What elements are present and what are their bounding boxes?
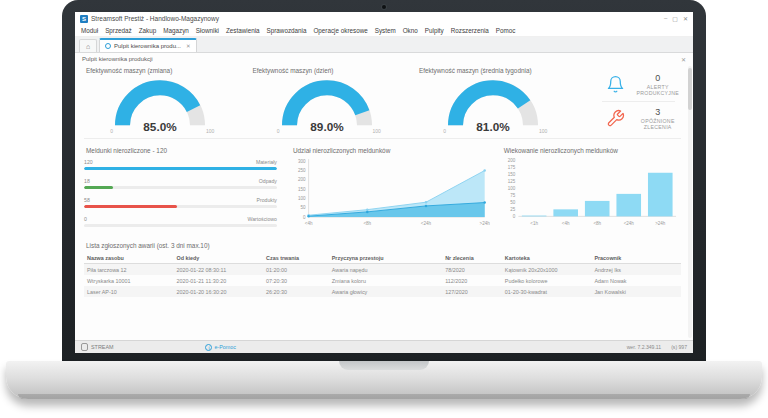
table-cell: 2020-01-20 16:30:20 (174, 286, 264, 297)
column-header[interactable]: Od kiedy (174, 253, 264, 264)
meldunki-track (84, 224, 277, 227)
table-row[interactable]: Piła tarczowa 122020-01-22 08:30:1101:20… (84, 264, 681, 276)
charts-row: Meldunki nierozliczone - 120 120Materiał… (84, 145, 681, 235)
menu-item[interactable]: Sprzedaż (105, 27, 132, 34)
svg-text:0: 0 (303, 215, 306, 220)
svg-text:200: 200 (508, 158, 516, 163)
svg-text:<8h: <8h (363, 221, 371, 226)
svg-text:<1h: <1h (530, 221, 538, 226)
area-chart-title: Udział nierozliczonych meldunków (293, 147, 490, 154)
column-header[interactable]: Pracownik (591, 253, 681, 264)
app-window: S Streamsoft Prestiż - Handlowo-Magazyno… (75, 12, 693, 353)
meldunki-row-head: 58Produkty (84, 197, 277, 203)
menu-item[interactable]: Magazyn (163, 27, 189, 34)
area-chart-panel: Udział nierozliczonych meldunków 0501001… (291, 145, 490, 235)
column-header[interactable]: Przyczyna przestoju (329, 253, 442, 264)
window-title: Streamsoft Prestiż - Handlowo-Magazynowy (91, 15, 219, 22)
table-cell: Pudełko kolorowe (502, 275, 592, 286)
svg-text:200: 200 (298, 177, 306, 182)
gauge-card-1: Efektywność maszyn (zmiana)85.0%0100 (84, 65, 237, 135)
menu-item[interactable]: Słowniki (196, 27, 219, 34)
menu-item[interactable]: Pomoc (496, 27, 516, 34)
gauge: 89.0%0100 (271, 75, 383, 135)
vertical-scrollbar[interactable] (688, 66, 692, 338)
alerts-divider (602, 101, 676, 102)
table-cell: Jan Kowalski (591, 286, 681, 297)
version-label: wer. 7.2.349.11 (627, 344, 661, 350)
dashboard-tab-icon (105, 43, 111, 49)
menu-item[interactable]: Sprawozdania (267, 27, 307, 34)
svg-text:50: 50 (300, 205, 306, 210)
menu-item[interactable]: Operacje okresowe (313, 27, 367, 34)
status-right: wer. 7.2.349.11 (s) 997 (627, 344, 687, 350)
svg-text:250: 250 (298, 168, 306, 173)
session-label: (s) 997 (671, 344, 687, 350)
minimize-icon[interactable]: – (664, 15, 667, 22)
gauges-row: Efektywność maszyn (zmiana)85.0%0100Efek… (84, 65, 681, 139)
laptop-screen-bezel: S Streamsoft Prestiż - Handlowo-Magazyno… (62, 0, 706, 362)
table-cell: Awaria głowicy (329, 286, 442, 297)
meldunki-row-head: 120Materiały (84, 159, 277, 165)
meldunki-bar (84, 167, 277, 170)
table-cell: 01:20:00 (263, 264, 329, 276)
column-header[interactable]: Kartoteka (502, 253, 592, 264)
meldunki-panel: Meldunki nierozliczone - 120 120Materiał… (84, 145, 277, 235)
svg-text:100: 100 (508, 186, 516, 191)
gauge-title: Efektywność maszyn (zmiana) (86, 67, 237, 74)
alert-label: ALERTY PRODUKCYJNE (637, 84, 680, 96)
alert-wrench: 3OPÓŹNIONE ZLECENIA (598, 103, 680, 134)
alerts-panel: 0ALERTY PRODUKCYJNE3OPÓŹNIONE ZLECENIA (584, 65, 682, 135)
gauge-title: Efektywność maszyn (średnia tygodnia) (419, 67, 570, 74)
menu-item[interactable]: Zestawienia (226, 27, 260, 34)
panel-close-icon[interactable]: ✕ (681, 56, 686, 63)
tab-close-icon[interactable]: ✕ (186, 43, 191, 49)
svg-text:100: 100 (298, 196, 306, 201)
table-cell: Piła tarczowa 12 (84, 264, 174, 276)
svg-text:125: 125 (508, 179, 516, 184)
meldunki-row: 58Produkty (84, 197, 277, 208)
menu-item[interactable]: Rozszerzenia (451, 27, 489, 34)
svg-text:>24h: >24h (655, 221, 666, 226)
gauge-title: Efektywność maszyn (dzień) (253, 67, 404, 74)
aging-chart-panel: Wiekowanie nierozliczonych meldunków 025… (502, 145, 681, 235)
meldunki-row-head: 18Odpady (84, 178, 277, 184)
tab-pulpit-kierownika[interactable]: Pulpit kierownika produ... ✕ (99, 38, 197, 52)
home-tab[interactable]: ⌂ (79, 39, 97, 52)
menu-item[interactable]: Okno (403, 27, 418, 34)
laptop-base (6, 361, 762, 399)
svg-text:25: 25 (510, 207, 516, 212)
table-row[interactable]: Wtryskarka 100012020-01-21 11:30:2007:20… (84, 275, 681, 286)
svg-text:75: 75 (510, 193, 516, 198)
menu-item[interactable]: Moduł (81, 27, 98, 34)
alert-label: OPÓŹNIONE ZLECENIA (637, 118, 680, 130)
svg-text:<24h: <24h (421, 221, 432, 226)
column-header[interactable]: Nazwa zasobu (84, 253, 174, 264)
status-info-link[interactable]: i e-Pomoc (205, 344, 236, 351)
meldunki-value: 120 (84, 159, 93, 165)
scrollbar-thumb[interactable] (688, 68, 692, 110)
info-icon: i (205, 344, 212, 351)
table-cell: Adam Nowak (591, 275, 681, 286)
status-info-label: e-Pomoc (214, 344, 236, 350)
meldunki-label: Produkty (256, 197, 276, 203)
meldunki-row: 18Odpady (84, 178, 277, 189)
failures-table: Nazwa zasobuOd kiedyCzas trwaniaPrzyczyn… (84, 253, 681, 297)
page-header: Pulpit kierownika produkcji ✕ (75, 53, 693, 65)
maximize-icon[interactable]: ▢ (672, 15, 678, 22)
column-header[interactable]: Nr zlecenia (442, 253, 502, 264)
meldunki-value: 58 (84, 197, 90, 203)
menu-item[interactable]: Zakup (139, 27, 157, 34)
meldunki-rows: 120Materiały18Odpady58Produkty0Wartościo… (84, 159, 277, 227)
dashboard-content: Pulpit kierownika produkcji ✕ Efektywnoś… (75, 53, 693, 340)
table-cell: 26:20:30 (263, 286, 329, 297)
menu-item[interactable]: System (375, 27, 396, 34)
table-row[interactable]: Laser AP-102020-01-20 16:30:2026:20:30Aw… (84, 286, 681, 297)
close-icon[interactable]: ✕ (683, 15, 688, 22)
failures-section: Lista zgłoszonych awarii (ost. 3 dni max… (84, 242, 681, 297)
svg-text:175: 175 (508, 165, 516, 170)
svg-text:>24h: >24h (480, 221, 490, 226)
tab-bar: ⌂ Pulpit kierownika produ... ✕ (75, 37, 693, 53)
menu-item[interactable]: Pulpity (425, 27, 444, 34)
column-header[interactable]: Czas trwania (263, 253, 329, 264)
table-cell: 2020-01-22 08:30:11 (174, 264, 264, 276)
